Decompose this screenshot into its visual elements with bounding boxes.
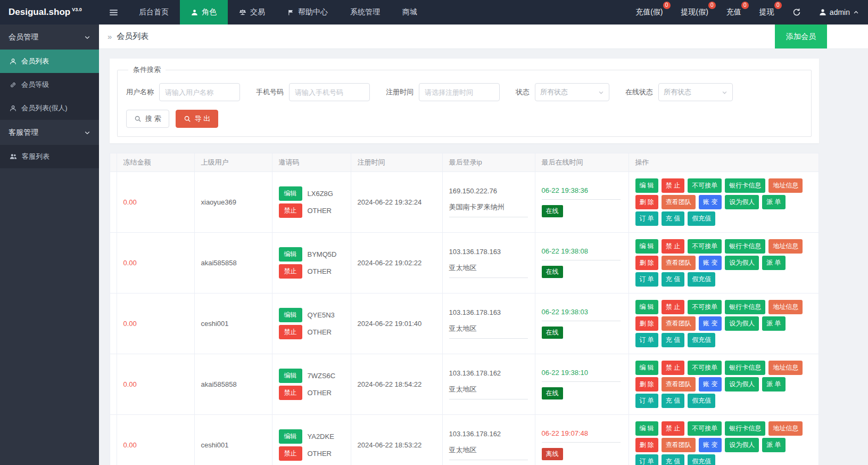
action-balance-change-button[interactable]: 账 变 bbox=[699, 316, 722, 331]
invite-edit-button[interactable]: 编辑 bbox=[279, 308, 302, 322]
action-recharge-button[interactable]: 充 值 bbox=[662, 272, 684, 287]
action-balance-change-button[interactable]: 账 变 bbox=[699, 256, 722, 270]
action-set-fake-user-button[interactable]: 设为假人 bbox=[725, 256, 759, 270]
sidebar-item-member-list[interactable]: 会员列表 bbox=[0, 50, 99, 73]
action-orders-button[interactable]: 订 单 bbox=[635, 211, 658, 226]
sidebar-group-member-management[interactable]: 会员管理 bbox=[0, 25, 99, 50]
action-no-accept-order-button[interactable]: 不可接单 bbox=[688, 239, 722, 254]
sidebar-group-support-management[interactable]: 客服管理 bbox=[0, 120, 99, 145]
action-dispatch-order-button[interactable]: 派 单 bbox=[762, 195, 785, 209]
action-no-accept-order-button[interactable]: 不可接单 bbox=[688, 178, 722, 193]
tool-recharge-fake[interactable]: 充值(假) 0 bbox=[626, 0, 672, 25]
action-recharge-button[interactable]: 充 值 bbox=[662, 454, 684, 465]
tool-withdraw-fake[interactable]: 提现(假) 0 bbox=[672, 0, 717, 25]
nav-system-management[interactable]: 系统管理 bbox=[339, 0, 391, 25]
sidebar-item-member-list-fake[interactable]: 会员列表(假人) bbox=[0, 96, 99, 120]
action-fake-recharge-button[interactable]: 假充值 bbox=[688, 333, 715, 347]
action-dispatch-order-button[interactable]: 派 单 bbox=[762, 316, 785, 331]
invite-edit-button[interactable]: 编辑 bbox=[279, 369, 302, 383]
action-address-info-button[interactable]: 地址信息 bbox=[768, 300, 803, 314]
action-bank-card-info-button[interactable]: 银行卡信息 bbox=[725, 300, 765, 314]
action-ban-button[interactable]: 禁 止 bbox=[662, 300, 684, 314]
sidebar-item-member-level[interactable]: 会员等级 bbox=[0, 73, 99, 96]
nav-help-center[interactable]: 帮助中心 bbox=[276, 0, 339, 25]
invite-ban-button[interactable]: 禁止 bbox=[279, 446, 302, 461]
action-balance-change-button[interactable]: 账 变 bbox=[699, 438, 722, 452]
action-view-team-button[interactable]: 查看团队 bbox=[662, 195, 696, 209]
action-fake-recharge-button[interactable]: 假充值 bbox=[688, 454, 715, 465]
action-recharge-button[interactable]: 充 值 bbox=[662, 211, 684, 226]
action-orders-button[interactable]: 订 单 bbox=[635, 333, 658, 347]
action-orders-button[interactable]: 订 单 bbox=[635, 272, 658, 287]
export-button[interactable]: 导 出 bbox=[176, 110, 219, 128]
invite-edit-button[interactable]: 编辑 bbox=[279, 247, 302, 262]
action-dispatch-order-button[interactable]: 派 单 bbox=[762, 377, 785, 391]
nav-dashboard[interactable]: 后台首页 bbox=[128, 0, 180, 25]
action-ban-button[interactable]: 禁 止 bbox=[662, 361, 684, 375]
action-bank-card-info-button[interactable]: 银行卡信息 bbox=[725, 178, 765, 193]
invite-ban-button[interactable]: 禁止 bbox=[279, 386, 302, 400]
action-bank-card-info-button[interactable]: 银行卡信息 bbox=[725, 239, 765, 254]
action-no-accept-order-button[interactable]: 不可接单 bbox=[688, 421, 722, 436]
action-balance-change-button[interactable]: 账 变 bbox=[699, 195, 722, 209]
action-edit-button[interactable]: 编 辑 bbox=[635, 421, 658, 436]
action-delete-button[interactable]: 删 除 bbox=[635, 195, 658, 209]
phone-input[interactable] bbox=[289, 83, 370, 101]
refresh-button[interactable] bbox=[783, 0, 810, 25]
invite-ban-button[interactable]: 禁止 bbox=[279, 264, 302, 279]
action-fake-recharge-button[interactable]: 假充值 bbox=[688, 211, 715, 226]
invite-ban-button[interactable]: 禁止 bbox=[279, 325, 302, 339]
search-button[interactable]: 搜 索 bbox=[126, 110, 169, 128]
nav-mall[interactable]: 商城 bbox=[391, 0, 428, 25]
action-ban-button[interactable]: 禁 止 bbox=[662, 178, 684, 193]
action-bank-card-info-button[interactable]: 银行卡信息 bbox=[725, 421, 765, 436]
invite-edit-button[interactable]: 编辑 bbox=[279, 186, 302, 201]
action-address-info-button[interactable]: 地址信息 bbox=[768, 361, 803, 375]
action-view-team-button[interactable]: 查看团队 bbox=[662, 438, 696, 452]
invite-edit-button[interactable]: 编辑 bbox=[279, 429, 302, 444]
action-no-accept-order-button[interactable]: 不可接单 bbox=[688, 300, 722, 314]
nav-roles[interactable]: 角色 bbox=[180, 0, 228, 25]
action-fake-recharge-button[interactable]: 假充值 bbox=[688, 394, 715, 408]
action-recharge-button[interactable]: 充 值 bbox=[662, 333, 684, 347]
user-menu[interactable]: admin bbox=[810, 0, 868, 25]
action-edit-button[interactable]: 编 辑 bbox=[635, 239, 658, 254]
action-view-team-button[interactable]: 查看团队 bbox=[662, 316, 696, 331]
action-address-info-button[interactable]: 地址信息 bbox=[768, 421, 803, 436]
action-address-info-button[interactable]: 地址信息 bbox=[768, 178, 803, 193]
action-edit-button[interactable]: 编 辑 bbox=[635, 361, 658, 375]
action-edit-button[interactable]: 编 辑 bbox=[635, 178, 658, 193]
username-input[interactable] bbox=[159, 83, 240, 101]
add-member-button[interactable]: 添加会员 bbox=[775, 25, 827, 48]
action-ban-button[interactable]: 禁 止 bbox=[662, 421, 684, 436]
action-no-accept-order-button[interactable]: 不可接单 bbox=[688, 361, 722, 375]
action-recharge-button[interactable]: 充 值 bbox=[662, 394, 684, 408]
status-select[interactable]: 所有状态 bbox=[535, 83, 609, 101]
action-delete-button[interactable]: 删 除 bbox=[635, 316, 658, 331]
action-dispatch-order-button[interactable]: 派 单 bbox=[762, 438, 785, 452]
action-set-fake-user-button[interactable]: 设为假人 bbox=[725, 377, 759, 391]
action-orders-button[interactable]: 订 单 bbox=[635, 394, 658, 408]
nav-trade[interactable]: 交易 bbox=[228, 0, 276, 25]
action-delete-button[interactable]: 删 除 bbox=[635, 377, 658, 391]
action-set-fake-user-button[interactable]: 设为假人 bbox=[725, 195, 759, 209]
action-bank-card-info-button[interactable]: 银行卡信息 bbox=[725, 361, 765, 375]
register-time-input[interactable] bbox=[419, 83, 500, 101]
action-dispatch-order-button[interactable]: 派 单 bbox=[762, 256, 785, 270]
action-view-team-button[interactable]: 查看团队 bbox=[662, 377, 696, 391]
tool-recharge[interactable]: 充值 0 bbox=[717, 0, 750, 25]
sidebar-item-support-list[interactable]: 客服列表 bbox=[0, 145, 99, 168]
action-orders-button[interactable]: 订 单 bbox=[635, 454, 658, 465]
tool-withdraw[interactable]: 提现 0 bbox=[750, 0, 783, 25]
invite-ban-button[interactable]: 禁止 bbox=[279, 203, 302, 218]
sidebar-toggle-button[interactable] bbox=[99, 0, 128, 25]
action-ban-button[interactable]: 禁 止 bbox=[662, 239, 684, 254]
action-view-team-button[interactable]: 查看团队 bbox=[662, 256, 696, 270]
action-balance-change-button[interactable]: 账 变 bbox=[699, 377, 722, 391]
online-status-select[interactable]: 所有状态 bbox=[658, 83, 733, 101]
action-edit-button[interactable]: 编 辑 bbox=[635, 300, 658, 314]
action-set-fake-user-button[interactable]: 设为假人 bbox=[725, 438, 759, 452]
action-delete-button[interactable]: 删 除 bbox=[635, 256, 658, 270]
action-address-info-button[interactable]: 地址信息 bbox=[768, 239, 803, 254]
action-fake-recharge-button[interactable]: 假充值 bbox=[688, 272, 715, 287]
